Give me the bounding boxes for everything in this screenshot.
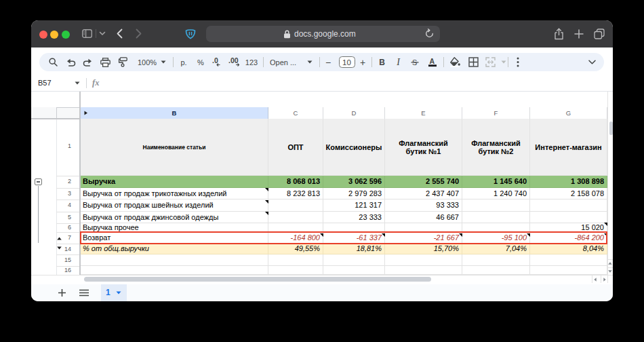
svg-text:A: A bbox=[430, 57, 435, 65]
svg-text:.0: .0 bbox=[212, 57, 218, 64]
svg-text:.00: .00 bbox=[228, 57, 239, 64]
